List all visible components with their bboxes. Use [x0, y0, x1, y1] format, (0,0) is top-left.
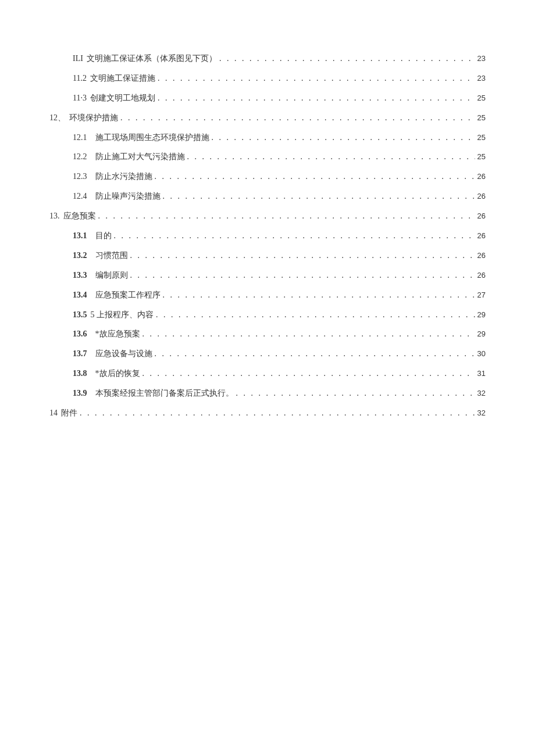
toc-entry-page: 32: [477, 386, 486, 400]
toc-entry-title: 5 上报程序、内容: [91, 307, 154, 323]
toc-entry: 12.4防止噪声污染措施. . . . . . . . . . . . . . …: [49, 189, 486, 204]
toc-entry: 13.1目的. . . . . . . . . . . . . . . . . …: [49, 228, 486, 243]
toc-entry-number: 12.3: [73, 169, 87, 184]
toc-entry-number: 12.2: [73, 149, 87, 164]
toc-entry-title: 防止水污染措施: [95, 169, 152, 184]
toc-entry-title: *故后的恢复: [95, 366, 140, 381]
toc-entry: 13.6*故应急预案. . . . . . . . . . . . . . . …: [49, 327, 486, 342]
toc-entry-number: ILI: [73, 51, 83, 66]
toc-entry-title: 本预案经报主管部门备案后正式执行。: [95, 386, 234, 401]
toc-leader-dots: . . . . . . . . . . . . . . . . . . . . …: [142, 366, 475, 381]
toc-entry-page: 26: [477, 189, 486, 203]
toc-entry-title: 习惯范围: [95, 248, 128, 263]
toc-entry-page: 26: [477, 268, 486, 282]
toc-entry-number: 13.1: [73, 228, 87, 243]
toc-entry-number: 13.8: [73, 366, 87, 381]
toc-entry-page: 32: [477, 406, 486, 420]
toc-entry-title: 目的: [95, 228, 112, 243]
toc-entry-number: 12、: [49, 110, 66, 126]
toc-entry-number: 13.5: [73, 307, 87, 323]
toc-leader-dots: . . . . . . . . . . . . . . . . . . . . …: [130, 248, 475, 263]
toc-entry-page: 23: [477, 71, 486, 85]
toc-entry-page: 23: [477, 52, 486, 66]
table-of-contents: ILI文明施工保证体系（体系图见下页）. . . . . . . . . . .…: [49, 51, 486, 421]
toc-entry: 13.2习惯范围. . . . . . . . . . . . . . . . …: [49, 248, 486, 263]
toc-leader-dots: . . . . . . . . . . . . . . . . . . . . …: [155, 346, 475, 361]
toc-entry-number: 13.4: [73, 288, 87, 303]
toc-entry: 13.4应急预案工作程序. . . . . . . . . . . . . . …: [49, 288, 486, 303]
toc-entry-number: 13.3: [73, 268, 87, 283]
toc-entry: 11·3创建文明工地规划. . . . . . . . . . . . . . …: [49, 91, 486, 106]
toc-entry-page: 27: [477, 288, 486, 302]
toc-entry-title: 附件: [61, 406, 77, 421]
toc-entry-title: 编制原则: [95, 268, 128, 283]
toc-entry: 13.3编制原则. . . . . . . . . . . . . . . . …: [49, 268, 486, 283]
toc-leader-dots: . . . . . . . . . . . . . . . . . . . . …: [156, 307, 475, 323]
toc-entry-title: 防止噪声污染措施: [95, 189, 160, 204]
toc-entry-page: 29: [477, 308, 486, 322]
toc-entry: 12.1施工现场周围生态环境保护措施. . . . . . . . . . . …: [49, 130, 486, 145]
toc-entry-page: 25: [477, 131, 486, 145]
toc-leader-dots: . . . . . . . . . . . . . . . . . . . . …: [114, 228, 475, 243]
toc-entry-title: 创建文明工地规划: [90, 91, 155, 106]
toc-leader-dots: . . . . . . . . . . . . . . . . . . . . …: [158, 91, 475, 106]
toc-entry: 14附件. . . . . . . . . . . . . . . . . . …: [49, 406, 486, 421]
toc-entry-page: 25: [477, 150, 486, 164]
toc-entry-number: 14: [49, 406, 58, 421]
toc-entry-number: 12.1: [73, 130, 87, 145]
toc-entry: ILI文明施工保证体系（体系图见下页）. . . . . . . . . . .…: [49, 51, 486, 66]
toc-entry-page: 29: [477, 327, 486, 341]
toc-entry-page: 25: [477, 91, 486, 105]
toc-entry-number: 13.7: [73, 346, 87, 361]
toc-entry: 13.8*故后的恢复. . . . . . . . . . . . . . . …: [49, 366, 486, 381]
toc-entry-title: 应急预案: [63, 209, 96, 224]
toc-entry-page: 26: [477, 249, 486, 263]
toc-leader-dots: . . . . . . . . . . . . . . . . . . . . …: [155, 169, 475, 184]
toc-entry-page: 26: [477, 170, 486, 184]
toc-entry: 12、环境保护措施. . . . . . . . . . . . . . . .…: [49, 110, 486, 126]
toc-entry: 13.7应急设备与设施. . . . . . . . . . . . . . .…: [49, 346, 486, 361]
toc-entry-page: 25: [477, 111, 486, 125]
toc-leader-dots: . . . . . . . . . . . . . . . . . . . . …: [212, 130, 475, 145]
toc-entry-title: 施工现场周围生态环境保护措施: [95, 130, 209, 145]
toc-entry-page: 31: [477, 367, 486, 381]
toc-leader-dots: . . . . . . . . . . . . . . . . . . . . …: [163, 189, 475, 204]
toc-entry-number: 13.2: [73, 248, 87, 263]
toc-leader-dots: . . . . . . . . . . . . . . . . . . . . …: [219, 51, 475, 66]
toc-leader-dots: . . . . . . . . . . . . . . . . . . . . …: [130, 268, 475, 283]
toc-leader-dots: . . . . . . . . . . . . . . . . . . . . …: [120, 110, 475, 126]
toc-entry-title: 文明施工保证措施: [90, 71, 155, 86]
toc-entry-title: 环境保护措施: [69, 110, 118, 126]
toc-entry-number: 13.: [49, 209, 60, 224]
toc-leader-dots: . . . . . . . . . . . . . . . . . . . . …: [187, 149, 475, 164]
toc-leader-dots: . . . . . . . . . . . . . . . . . . . . …: [236, 386, 475, 401]
toc-leader-dots: . . . . . . . . . . . . . . . . . . . . …: [158, 71, 475, 86]
toc-entry-title: 文明施工保证体系（体系图见下页）: [87, 51, 217, 66]
toc-entry: 12.2防止施工对大气污染措施. . . . . . . . . . . . .…: [49, 149, 486, 164]
toc-entry-title: 防止施工对大气污染措施: [95, 149, 185, 164]
toc-leader-dots: . . . . . . . . . . . . . . . . . . . . …: [80, 406, 475, 421]
toc-entry: 13.9本预案经报主管部门备案后正式执行。. . . . . . . . . .…: [49, 386, 486, 401]
toc-entry-title: 应急预案工作程序: [95, 288, 160, 303]
toc-entry-title: 应急设备与设施: [95, 346, 152, 361]
toc-entry-number: 12.4: [73, 189, 87, 204]
toc-entry-page: 26: [477, 229, 486, 243]
toc-entry-number: 13.6: [73, 327, 87, 342]
toc-entry-number: 13.9: [73, 386, 87, 401]
toc-entry-page: 26: [477, 209, 486, 223]
toc-leader-dots: . . . . . . . . . . . . . . . . . . . . …: [163, 288, 475, 303]
toc-entry: 11.2文明施工保证措施. . . . . . . . . . . . . . …: [49, 71, 486, 86]
toc-entry: 13.应急预案. . . . . . . . . . . . . . . . .…: [49, 209, 486, 224]
toc-entry-title: *故应急预案: [95, 327, 140, 342]
toc-leader-dots: . . . . . . . . . . . . . . . . . . . . …: [142, 327, 475, 342]
toc-entry-number: 11·3: [73, 91, 87, 106]
toc-leader-dots: . . . . . . . . . . . . . . . . . . . . …: [98, 209, 475, 224]
toc-entry: 12.3防止水污染措施. . . . . . . . . . . . . . .…: [49, 169, 486, 184]
toc-entry: 13.55 上报程序、内容. . . . . . . . . . . . . .…: [49, 307, 486, 323]
toc-entry-page: 30: [477, 347, 486, 361]
toc-entry-number: 11.2: [73, 71, 87, 86]
